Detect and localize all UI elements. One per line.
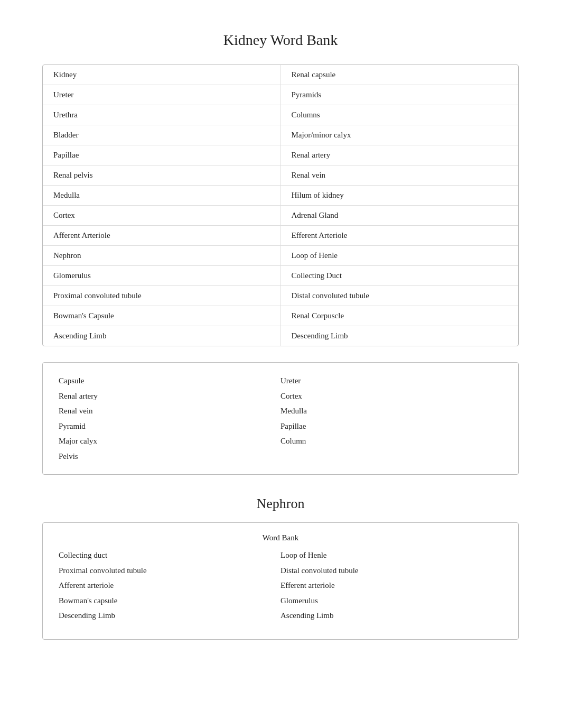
table-cell-right: Loop of Henle <box>280 246 518 266</box>
table-row: Bowman's CapsuleRenal Corpuscle <box>43 306 518 326</box>
table-cell-right: Renal artery <box>280 145 518 165</box>
table-row: CortexAdrenal Gland <box>43 206 518 226</box>
kidney-word-bank-table: KidneyRenal capsuleUreterPyramidsUrethra… <box>42 64 519 346</box>
table-row: MedullaHilum of kidney <box>43 186 518 206</box>
table-row: KidneyRenal capsule <box>43 65 518 85</box>
list-item: Ascending Limb <box>280 611 333 620</box>
list-item: Papillae <box>280 422 306 430</box>
table-cell-left: Afferent Arteriole <box>43 226 280 246</box>
table-cell-left: Medulla <box>43 186 280 206</box>
table-cell-left: Urethra <box>43 105 280 125</box>
table-cell-left: Cortex <box>43 206 280 226</box>
list-item: Loop of Henle <box>280 551 326 559</box>
table-row: Renal pelvisRenal vein <box>43 165 518 186</box>
nephron-word-bank-right-col: Loop of HenleDistal convoluted tubuleEff… <box>280 548 502 623</box>
nephron-title: Nephron <box>42 496 519 512</box>
table-row: UrethraColumns <box>43 105 518 125</box>
table-cell-right: Hilum of kidney <box>280 186 518 206</box>
table-cell-left: Bowman's Capsule <box>43 306 280 326</box>
nephron-word-bank: Word Bank Collecting ductProximal convol… <box>42 522 519 640</box>
table-cell-left: Papillae <box>43 145 280 165</box>
table-cell-left: Proximal convoluted tubule <box>43 286 280 306</box>
table-cell-left: Renal pelvis <box>43 165 280 186</box>
table-row: Ascending LimbDescending Limb <box>43 326 518 346</box>
kidney-word-bank-columns: CapsuleRenal arteryRenal veinPyramidMajo… <box>59 373 502 464</box>
table-cell-right: Descending Limb <box>280 326 518 346</box>
list-item: Renal vein <box>59 407 93 415</box>
table-cell-left: Ureter <box>43 85 280 105</box>
page-title: Kidney Word Bank <box>42 32 519 49</box>
kidney-word-bank-left-col: CapsuleRenal arteryRenal veinPyramidMajo… <box>59 373 280 464</box>
table-cell-left: Glomerulus <box>43 266 280 286</box>
table-cell-left: Kidney <box>43 65 280 85</box>
table-cell-right: Pyramids <box>280 85 518 105</box>
table-row: BladderMajor/minor calyx <box>43 125 518 145</box>
list-item: Distal convoluted tubule <box>280 566 358 575</box>
table-cell-right: Renal Corpuscle <box>280 306 518 326</box>
table-cell-right: Collecting Duct <box>280 266 518 286</box>
list-item: Ureter <box>280 376 301 385</box>
table-row: UreterPyramids <box>43 85 518 105</box>
table-cell-right: Columns <box>280 105 518 125</box>
table-cell-right: Renal capsule <box>280 65 518 85</box>
table-cell-left: Ascending Limb <box>43 326 280 346</box>
list-item: Descending Limb <box>59 611 115 620</box>
word-table: KidneyRenal capsuleUreterPyramidsUrethra… <box>43 65 518 346</box>
table-cell-right: Adrenal Gland <box>280 206 518 226</box>
list-item: Proximal convoluted tubule <box>59 566 147 575</box>
list-item: Bowman's capsule <box>59 596 117 605</box>
list-item: Column <box>280 437 306 445</box>
table-row: Afferent ArterioleEfferent Arteriole <box>43 226 518 246</box>
table-cell-right: Distal convoluted tubule <box>280 286 518 306</box>
list-item: Major calyx <box>59 437 97 445</box>
list-item: Glomerulus <box>280 596 318 605</box>
table-cell-left: Bladder <box>43 125 280 145</box>
table-cell-left: Nephron <box>43 246 280 266</box>
nephron-word-bank-columns: Collecting ductProximal convoluted tubul… <box>59 548 502 623</box>
list-item: Pyramid <box>59 422 86 430</box>
list-item: Medulla <box>280 407 307 415</box>
list-item: Pelvis <box>59 452 78 460</box>
table-row: GlomerulusCollecting Duct <box>43 266 518 286</box>
table-cell-right: Efferent Arteriole <box>280 226 518 246</box>
list-item: Afferent arteriole <box>59 581 114 589</box>
table-cell-right: Major/minor calyx <box>280 125 518 145</box>
list-item: Cortex <box>280 392 302 400</box>
table-cell-right: Renal vein <box>280 165 518 186</box>
table-row: PapillaeRenal artery <box>43 145 518 165</box>
kidney-diagram-word-bank: CapsuleRenal arteryRenal veinPyramidMajo… <box>42 362 519 475</box>
table-row: Proximal convoluted tubuleDistal convolu… <box>43 286 518 306</box>
list-item: Collecting duct <box>59 551 107 559</box>
list-item: Efferent arteriole <box>280 581 335 589</box>
kidney-word-bank-right-col: UreterCortexMedullaPapillaeColumn <box>280 373 502 464</box>
list-item: Capsule <box>59 376 84 385</box>
table-row: NephronLoop of Henle <box>43 246 518 266</box>
nephron-word-bank-left-col: Collecting ductProximal convoluted tubul… <box>59 548 280 623</box>
nephron-word-bank-title: Word Bank <box>59 533 502 542</box>
list-item: Renal artery <box>59 392 98 400</box>
